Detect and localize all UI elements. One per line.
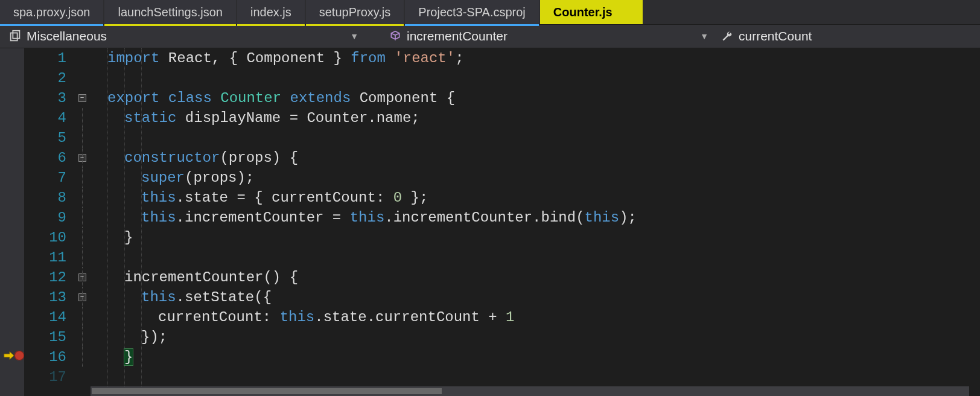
nav-bar: Miscellaneous ▼ incrementCounter ▼ curre… [0, 24, 980, 48]
code-line[interactable]: export class Counter extends Component { [91, 88, 980, 108]
code-line[interactable]: this.setState({ [91, 287, 980, 307]
code-editor[interactable]: 1 2 3 4 5 6 7 8 9 10 11 12 13 14 15 16 1… [0, 48, 980, 396]
code-line[interactable] [91, 248, 980, 267]
horizontal-scrollbar[interactable] [91, 386, 969, 396]
fold-gutter: − − − − [74, 48, 91, 396]
tab-underline [405, 24, 538, 26]
tab-setupproxy[interactable]: setupProxy.js [306, 0, 404, 24]
fold-guide [82, 327, 83, 347]
tab-counter-active[interactable]: Counter.js [540, 0, 643, 24]
line-number: 7 [24, 168, 66, 188]
code-line[interactable]: } [91, 228, 980, 248]
tab-label: setupProxy.js [319, 5, 391, 19]
code-line[interactable] [91, 367, 980, 387]
fold-guide [82, 168, 83, 188]
line-number: 17 [24, 367, 66, 387]
fold-guide [82, 208, 83, 228]
line-number-gutter: 1 2 3 4 5 6 7 8 9 10 11 12 13 14 15 16 1… [24, 48, 74, 396]
code-line[interactable]: super(props); [91, 168, 980, 188]
tab-underline [104, 24, 235, 26]
fold-guide [82, 148, 83, 168]
code-line[interactable]: constructor(props) { [91, 148, 980, 168]
line-number: 10 [24, 228, 66, 248]
fold-toggle[interactable]: − [78, 94, 86, 102]
code-line[interactable] [91, 128, 980, 148]
chevron-down-icon: ▼ [350, 31, 358, 41]
code-line[interactable] [91, 68, 980, 88]
code-line[interactable]: import React, { Component } from 'react'… [91, 48, 980, 68]
tab-label: spa.proxy.json [13, 5, 90, 19]
line-number: 2 [24, 68, 66, 88]
tab-underline [0, 24, 103, 26]
line-number: 15 [24, 327, 66, 347]
breakpoint-icon[interactable] [14, 351, 24, 360]
fold-guide [82, 248, 83, 267]
fold-guide [82, 128, 83, 148]
line-number: 16 [24, 347, 66, 367]
matching-brace: } [124, 349, 133, 365]
line-number: 13 [24, 287, 66, 307]
code-line[interactable]: this.state = { currentCount: 0 }; [91, 188, 980, 208]
line-number: 5 [24, 128, 66, 148]
fold-guide [82, 347, 83, 367]
code-line[interactable]: this.incrementCounter = this.incrementCo… [91, 208, 980, 228]
fold-guide [82, 287, 83, 307]
fold-guide [82, 267, 83, 287]
code-line[interactable]: }); [91, 327, 980, 347]
tab-bar: spa.proxy.json launchSettings.json index… [0, 0, 980, 24]
tab-spa-proxy[interactable]: spa.proxy.json [0, 0, 103, 24]
code-line[interactable]: } [91, 347, 980, 367]
tab-underline [306, 24, 404, 26]
method-label: incrementCounter [407, 29, 508, 43]
fold-guide [82, 188, 83, 208]
cube-icon [389, 30, 402, 43]
member-label: currentCount [739, 29, 812, 43]
scrollbar-thumb[interactable] [92, 388, 442, 394]
current-execution-arrow-icon [2, 349, 16, 362]
line-number: 12 [24, 267, 66, 287]
fold-guide [82, 108, 83, 128]
tab-label: Counter.js [553, 5, 612, 19]
line-number: 4 [24, 108, 66, 128]
code-line[interactable]: currentCount: this.state.currentCount + … [91, 307, 980, 327]
code-line[interactable]: incrementCounter() { [91, 267, 980, 287]
files-icon [8, 30, 22, 43]
line-number: 1 [24, 48, 66, 68]
line-number: 6 [24, 148, 66, 168]
line-number: 8 [24, 188, 66, 208]
fold-guide [82, 228, 83, 248]
code-content[interactable]: import React, { Component } from 'react'… [91, 48, 980, 396]
tab-index[interactable]: index.js [237, 0, 305, 24]
chevron-down-icon: ▼ [700, 31, 708, 41]
fold-guide [82, 307, 83, 327]
line-number: 14 [24, 307, 66, 327]
tab-launchsettings[interactable]: launchSettings.json [104, 0, 235, 24]
scope-label: Miscellaneous [27, 29, 107, 43]
wrench-icon [721, 30, 734, 43]
tab-label: Project3-SPA.csproj [418, 5, 525, 19]
tab-underline [237, 24, 305, 26]
scope-dropdown[interactable]: Miscellaneous ▼ [2, 29, 364, 43]
svg-rect-0 [11, 33, 18, 41]
line-number: 9 [24, 208, 66, 228]
line-number: 3 [24, 88, 66, 108]
line-number: 11 [24, 248, 66, 267]
code-line[interactable]: static displayName = Counter.name; [91, 108, 980, 128]
tab-csproj[interactable]: Project3-SPA.csproj [405, 0, 538, 24]
method-dropdown[interactable]: incrementCounter ▼ [364, 29, 714, 43]
svg-rect-1 [13, 31, 19, 39]
member-dropdown[interactable]: currentCount [714, 29, 978, 43]
tab-label: launchSettings.json [118, 5, 222, 19]
glyph-margin[interactable] [0, 48, 24, 396]
tab-label: index.js [250, 5, 291, 19]
